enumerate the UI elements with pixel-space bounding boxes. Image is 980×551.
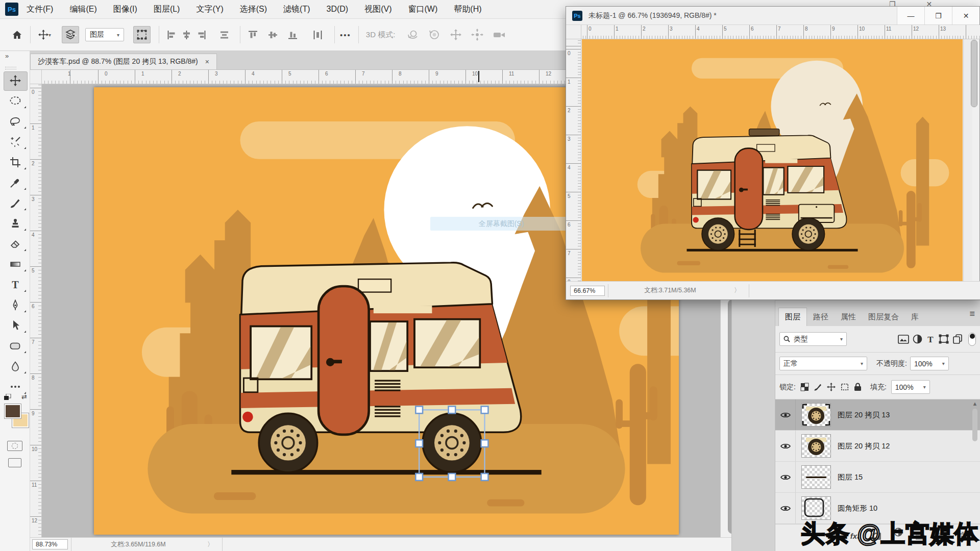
home-button[interactable]	[9, 27, 25, 43]
scrollbar-thumb[interactable]	[971, 40, 977, 107]
filter-shape-layers-icon[interactable]	[939, 334, 949, 344]
menu-window[interactable]: 窗口(W)	[400, 0, 446, 18]
vertical-ruler[interactable]: 0123456789101112	[30, 84, 42, 537]
app-close-icon[interactable]: ✕	[926, 0, 933, 6]
close-button[interactable]: ✕	[952, 7, 979, 24]
scrollbar-thumb[interactable]	[972, 409, 977, 441]
toolbar-collapse-button[interactable]: »	[0, 51, 30, 66]
menu-edit[interactable]: 编辑(E)	[61, 0, 105, 18]
screen-mode-button[interactable]	[8, 458, 21, 467]
float-status-expander[interactable]: 〉	[734, 286, 741, 295]
eyedropper-tool[interactable]	[0, 172, 30, 193]
fill-field[interactable]: 100%▾	[891, 380, 930, 394]
layer-thumbnail[interactable]	[802, 497, 830, 519]
filter-adjustment-icon[interactable]	[913, 334, 922, 344]
tab-layers[interactable]: 图层	[778, 308, 807, 326]
layer-row-selected[interactable]: 图层 20 拷贝 13	[775, 399, 980, 431]
menu-image[interactable]: 图像(I)	[105, 0, 145, 18]
menu-type[interactable]: 文字(Y)	[188, 0, 231, 18]
color-swatches[interactable]: ⇄	[0, 397, 30, 433]
gradient-tool[interactable]	[0, 254, 30, 274]
layer-name[interactable]: 图层 20 拷贝 12	[838, 441, 890, 451]
visibility-toggle[interactable]	[775, 462, 796, 492]
menu-help[interactable]: 帮助(H)	[446, 0, 489, 18]
floating-document-window[interactable]: Ps 未标题-1 @ 66.7% (1936949, RGB/8#) * — ❐…	[566, 6, 980, 300]
visibility-toggle[interactable]	[775, 431, 796, 461]
float-window-controls[interactable]: — ❐ ✕	[897, 7, 979, 24]
lasso-tool[interactable]	[0, 111, 30, 132]
align-bottom-button[interactable]	[285, 28, 300, 42]
filter-type-dropdown[interactable]: 类型▾	[779, 332, 847, 346]
filter-smart-objects-icon[interactable]	[952, 334, 963, 344]
quick-mask-button[interactable]	[7, 441, 22, 451]
menu-select[interactable]: 选择(S)	[232, 0, 275, 18]
shape-tool[interactable]	[0, 336, 30, 356]
toolbar-grip[interactable]	[5, 67, 16, 69]
3d-roll-icon[interactable]	[428, 29, 440, 41]
layer-row[interactable]: 图层 20 拷贝 12	[775, 431, 980, 462]
filter-toggle-switch[interactable]	[968, 333, 976, 346]
lock-position-icon[interactable]	[827, 383, 836, 391]
tab-layer-comps[interactable]: 图层复合	[862, 308, 905, 326]
tab-close-icon[interactable]: ×	[205, 58, 209, 66]
app-window-controls[interactable]: ❐ ✕	[883, 0, 980, 6]
visibility-toggle[interactable]	[775, 493, 796, 523]
blur-tool[interactable]	[0, 356, 30, 377]
3d-orbit-icon[interactable]	[407, 29, 419, 41]
align-left-button[interactable]	[164, 28, 179, 42]
scroll-up-arrow[interactable]: ▲	[971, 400, 979, 407]
distribute-centers-button[interactable]	[217, 28, 232, 42]
magic-wand-tool[interactable]	[0, 132, 30, 152]
menu-file[interactable]: 文件(F)	[18, 0, 61, 18]
auto-select-toggle[interactable]	[62, 26, 79, 43]
move-tool[interactable]	[0, 70, 30, 91]
clone-stamp-tool[interactable]	[0, 213, 30, 234]
ruler-corner[interactable]	[30, 70, 42, 84]
float-window-titlebar[interactable]: Ps 未标题-1 @ 66.7% (1936949, RGB/8#) * — ❐…	[566, 7, 979, 25]
panel-menu-icon[interactable]: ≡	[969, 309, 975, 319]
3d-camera-icon[interactable]	[493, 29, 506, 41]
align-middle-v-button[interactable]	[265, 28, 280, 42]
opacity-field[interactable]: 100%▾	[910, 357, 949, 370]
app-restore-icon[interactable]: ❐	[889, 0, 896, 6]
lock-transparency-icon[interactable]	[800, 383, 809, 391]
layer-name[interactable]: 图层 15	[838, 472, 863, 482]
marquee-tool[interactable]	[0, 91, 30, 111]
panel-scrollbar[interactable]: ▲	[971, 400, 979, 525]
crop-tool[interactable]	[0, 152, 30, 172]
brush-tool[interactable]	[0, 193, 30, 213]
chevron-down-icon[interactable]: ▾	[48, 32, 51, 38]
align-center-h-button[interactable]	[179, 28, 194, 42]
align-top-button[interactable]	[246, 28, 260, 42]
minimize-button[interactable]: —	[897, 7, 924, 24]
menu-layer[interactable]: 图层(L)	[145, 0, 188, 18]
menu-filter[interactable]: 滤镜(T)	[275, 0, 318, 18]
lock-all-icon[interactable]	[854, 383, 862, 391]
menu-3d[interactable]: 3D(D)	[318, 0, 357, 18]
3d-pan-icon[interactable]	[450, 29, 462, 41]
move-tool-option[interactable]: ▾	[36, 27, 54, 42]
tab-libraries[interactable]: 库	[905, 308, 925, 326]
document-tab[interactable]: 沙漠客车.psd @ 88.7% (图层 20 拷贝 13, RGB/8#) ×	[30, 54, 217, 69]
float-horizontal-ruler[interactable]: 012345678910111213	[581, 25, 980, 39]
swap-colors-icon[interactable]: ⇄	[21, 393, 27, 400]
eraser-tool[interactable]	[0, 234, 30, 254]
layer-row[interactable]: 图层 15	[775, 462, 980, 493]
distribute-h-button[interactable]	[310, 28, 325, 42]
lock-pixels-icon[interactable]	[814, 383, 822, 391]
type-tool[interactable]: T	[0, 274, 30, 295]
show-transform-controls-toggle[interactable]	[133, 26, 151, 43]
menu-view[interactable]: 视图(V)	[356, 0, 400, 18]
layer-thumbnail[interactable]	[802, 404, 830, 426]
pen-tool[interactable]	[0, 295, 30, 315]
align-right-button[interactable]	[194, 28, 209, 42]
filter-pixel-layers-icon[interactable]	[898, 335, 909, 344]
ruler-corner[interactable]	[566, 25, 581, 39]
3d-slide-icon[interactable]	[471, 29, 483, 41]
foreground-color-swatch[interactable]	[5, 404, 21, 418]
tab-properties[interactable]: 属性	[835, 308, 862, 326]
float-vertical-ruler[interactable]: 012345678	[566, 39, 581, 299]
layer-name[interactable]: 圆角矩形 10	[838, 504, 877, 513]
layer-thumbnail[interactable]	[802, 466, 830, 488]
zoom-level-field[interactable]: 88.73%	[32, 539, 68, 549]
